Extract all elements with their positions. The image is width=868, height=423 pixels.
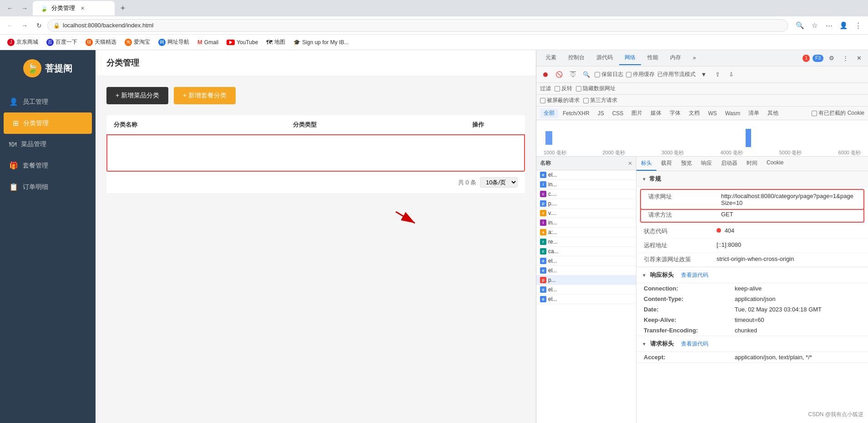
network-item-el1[interactable]: e el... <box>536 170 636 180</box>
bookmark-gmail[interactable]: M Gmail <box>194 37 222 47</box>
bookmark-baidu[interactable]: 百 百度一下 <box>43 36 81 48</box>
network-item-el4[interactable]: e el... <box>536 285 636 295</box>
general-section-header[interactable]: ▼ 常规 <box>636 171 868 187</box>
add-combo-button[interactable]: + 新增套餐分类 <box>174 87 236 104</box>
filter-img[interactable]: 图片 <box>628 108 646 118</box>
filter-media[interactable]: 媒体 <box>647 108 665 118</box>
request-headers-title[interactable]: ▼ 请求标头 查看源代码 <box>636 336 868 352</box>
user-icon-btn[interactable]: 👤 <box>837 19 850 32</box>
third-party-checkbox[interactable] <box>583 98 589 103</box>
request-view-source-link[interactable]: 查看源代码 <box>681 340 708 348</box>
active-tab[interactable]: 🍃 分类管理 ✕ <box>33 1 115 15</box>
dt-tab-network[interactable]: 网络 <box>619 51 641 65</box>
dt-tab-memory[interactable]: 内存 <box>665 51 686 65</box>
search-network-btn[interactable]: 🔍 <box>581 69 592 80</box>
devtools-more-btn[interactable]: ⋮ <box>840 53 851 64</box>
sidebar-item-category[interactable]: ⊞ 分类管理 <box>4 112 92 134</box>
dt-tab-elements[interactable]: 元素 <box>540 51 562 65</box>
forward-nav-button[interactable]: → <box>18 19 31 32</box>
new-tab-button[interactable]: + <box>116 2 129 15</box>
dt-tab-source[interactable]: 源代码 <box>591 51 618 65</box>
filter-js[interactable]: JS <box>594 109 608 117</box>
dt-tab-console[interactable]: 控制台 <box>563 51 590 65</box>
sidebar-item-dishes[interactable]: 🍽 菜品管理 <box>0 134 96 155</box>
blocked-checkbox[interactable] <box>540 98 545 103</box>
filter-manifest[interactable]: 清单 <box>745 108 763 118</box>
reload-button[interactable]: ↻ <box>33 19 45 32</box>
network-item-in1[interactable]: i in... <box>536 180 636 189</box>
clear-button[interactable]: 🚫 <box>554 69 565 80</box>
devtools-settings-btn[interactable]: ⚙ <box>826 53 837 64</box>
network-item-p-selected[interactable]: p p... <box>536 275 636 285</box>
network-item-a1[interactable]: a a:... <box>536 228 636 237</box>
detail-tab-preview[interactable]: 预览 <box>676 157 696 171</box>
bookmark-jd[interactable]: J 京东商城 <box>4 36 42 48</box>
bookmark-icon-btn[interactable]: ☆ <box>808 19 821 32</box>
network-item-ca1[interactable]: c ca... <box>536 247 636 256</box>
network-item-p1[interactable]: p p.... <box>536 199 636 209</box>
detail-tab-cookie[interactable]: Cookie <box>762 157 788 171</box>
devtools-close-btn[interactable]: ✕ <box>853 53 864 64</box>
filter-type-row: 被屏蔽的请求 第三方请求 <box>536 95 868 107</box>
filter-wasm[interactable]: Wasm <box>722 109 744 117</box>
export-btn[interactable]: ⇩ <box>726 69 737 80</box>
navigation-bar: ← → ↻ 🔒 localhost:8080/backend/index.htm… <box>0 16 868 35</box>
has-blocked-checkbox[interactable] <box>812 111 817 116</box>
bookmark-map[interactable]: 🗺 地图 <box>262 36 289 48</box>
bookmark-wz[interactable]: 网 网址导航 <box>155 36 193 48</box>
filter-doc[interactable]: 文档 <box>685 108 703 118</box>
address-bar[interactable]: 🔒 localhost:8080/backend/index.html <box>47 19 788 32</box>
network-item-el5[interactable]: e el... <box>536 295 636 304</box>
general-toggle-icon: ▼ <box>642 177 646 182</box>
tab-close-button[interactable]: ✕ <box>79 5 86 12</box>
disable-cache-checkbox[interactable] <box>626 72 631 77</box>
response-headers-title[interactable]: ▼ 响应标头 查看源代码 <box>636 267 868 283</box>
page-size-select[interactable]: 10条/页 <box>480 177 518 188</box>
response-view-source-link[interactable]: 查看源代码 <box>681 271 708 279</box>
network-item-re1[interactable]: r re... <box>536 237 636 247</box>
forward-button[interactable]: → <box>18 2 31 15</box>
filter-font[interactable]: 字体 <box>666 108 684 118</box>
total-count: 共 0 条 <box>458 178 476 187</box>
filter-all[interactable]: 全部 <box>540 108 558 118</box>
throttle-dropdown[interactable]: ▼ <box>698 69 709 80</box>
detail-tab-response[interactable]: 响应 <box>696 157 717 171</box>
sidebar-item-staff[interactable]: 👤 员工管理 <box>0 91 96 112</box>
filter-other[interactable]: 其他 <box>764 108 782 118</box>
network-item-in2[interactable]: i in... <box>536 218 636 228</box>
record-button[interactable] <box>540 69 551 80</box>
sidebar-item-combo[interactable]: 🎁 套餐管理 <box>0 155 96 176</box>
search-icon-btn[interactable]: 🔍 <box>793 19 806 32</box>
bookmark-ib[interactable]: 🎓 Sign up for My IB... <box>290 37 352 47</box>
preserve-log-checkbox[interactable] <box>595 72 600 77</box>
back-nav-button[interactable]: ← <box>4 19 16 32</box>
detail-tab-timing[interactable]: 时间 <box>742 157 762 171</box>
extension-icon-btn[interactable]: ⋯ <box>823 19 835 32</box>
back-button[interactable]: ← <box>4 2 16 15</box>
filter-ws[interactable]: WS <box>704 109 720 117</box>
network-item-c1[interactable]: c c.... <box>536 189 636 199</box>
network-item-v1[interactable]: v v.... <box>536 209 636 218</box>
more-menu-btn[interactable]: ⋮ <box>852 19 864 32</box>
network-item-el3[interactable]: e el... <box>536 266 636 275</box>
detail-tab-headers[interactable]: 标头 <box>636 157 656 171</box>
filter-css[interactable]: CSS <box>609 109 627 117</box>
bookmark-tmall[interactable]: 猫 天猫精选 <box>82 36 120 48</box>
detail-tab-payload[interactable]: 载荷 <box>656 157 676 171</box>
sidebar-item-orders[interactable]: 📋 订单明细 <box>0 176 96 198</box>
network-filter-btn[interactable]: ⏁ <box>567 69 578 80</box>
reverse-checkbox[interactable] <box>555 86 560 92</box>
detail-tab-initiator[interactable]: 启动器 <box>717 157 742 171</box>
dt-tab-more[interactable]: » <box>687 52 701 65</box>
filter-fetch-xhr[interactable]: Fetch/XHR <box>559 109 593 117</box>
dt-tab-performance[interactable]: 性能 <box>642 51 664 65</box>
bookmark-ai[interactable]: 淘 爱淘宝 <box>121 36 154 48</box>
hide-data-url-checkbox[interactable] <box>576 86 581 92</box>
import-btn[interactable]: ⇧ <box>712 69 723 80</box>
bookmark-youtube[interactable]: YouTube <box>223 37 262 47</box>
youtube-play-triangle <box>229 41 232 44</box>
network-item-el2[interactable]: e el... <box>536 256 636 266</box>
network-col-close[interactable]: ✕ <box>628 160 632 167</box>
ni-text-el4: el... <box>548 286 632 293</box>
add-category-button[interactable]: + 新增菜品分类 <box>106 87 168 104</box>
